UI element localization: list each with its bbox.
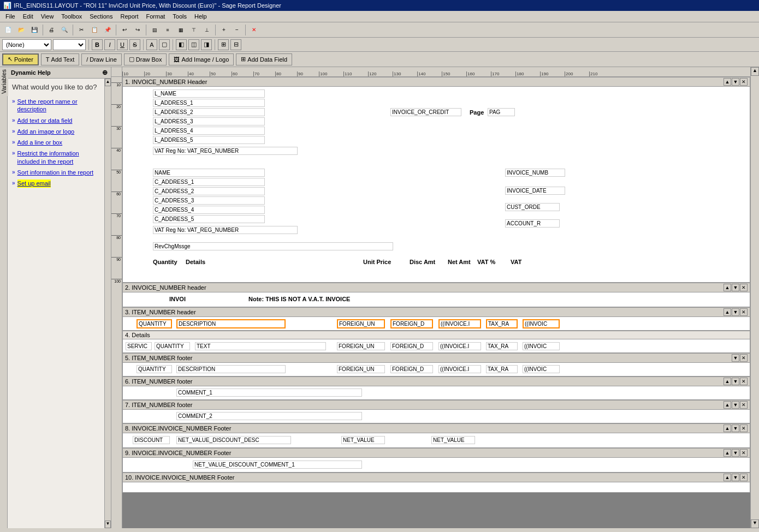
section-7-close[interactable]: ✕ — [740, 401, 748, 409]
field-revchg[interactable]: RevChgMssge — [153, 242, 393, 250]
section-2-header[interactable]: 2. INVOICE_NUMBER header ▲ ▼ ✕ — [122, 283, 750, 292]
section-6-close[interactable]: ✕ — [740, 378, 748, 385]
field-s4-foreign-un[interactable]: FOREIGN_UN — [337, 342, 385, 350]
field-l-addr4[interactable]: L_ADDRESS_4 — [153, 127, 265, 135]
font-name-select[interactable]: (None) — [2, 39, 51, 50]
field-s5-foreign-un[interactable]: FOREIGN_UN — [337, 365, 385, 373]
field-c-addr3[interactable]: C_ADDRESS_3 — [153, 196, 265, 205]
field-s4-invoic[interactable]: ((INVOIC — [523, 342, 560, 350]
field-net-val-desc[interactable]: NET_VALUE_DISCOUNT_DESC — [176, 436, 291, 444]
strikethrough-btn[interactable]: S — [129, 39, 140, 50]
scroll-up-btn[interactable]: ▲ — [751, 67, 759, 76]
print-btn[interactable]: 🖨 — [45, 24, 57, 36]
redo-btn[interactable]: ↪ — [132, 24, 144, 36]
field-cust-orde[interactable]: CUST_ORDE — [505, 203, 560, 211]
print-prev-btn[interactable]: 🔍 — [58, 24, 70, 36]
align-center-btn[interactable]: ≡ — [162, 24, 174, 36]
menu-file[interactable]: File — [2, 12, 19, 21]
section-1-up[interactable]: ▲ — [724, 78, 731, 86]
field-s5-qty[interactable]: QUANTITY — [137, 365, 172, 373]
section-7-header[interactable]: 7. ITEM_NUMBER footer ▲ ▼ ✕ — [122, 400, 750, 409]
add-text-tool[interactable]: T Add Text — [41, 53, 79, 65]
help-link-text-6[interactable]: Sort information in the report — [17, 169, 93, 176]
field-inv-or-credit[interactable]: INVOICE_OR_CREDIT — [390, 108, 461, 116]
align-left-fmt[interactable]: ◧ — [176, 39, 187, 50]
field-vat-reg[interactable]: VAT Reg No: VAT_REG_NUMBER — [153, 147, 298, 155]
align-right-btn[interactable]: ▦ — [175, 24, 187, 36]
help-link-text-3[interactable]: Add an image or logo — [17, 128, 75, 135]
field-s4-qty[interactable]: QUANTITY — [155, 342, 190, 350]
grid-btn[interactable]: ⊞ — [218, 39, 229, 50]
section-7-down[interactable]: ▼ — [732, 401, 739, 409]
field-l-name[interactable]: L_NAME — [153, 89, 265, 98]
delete-btn[interactable]: ✕ — [248, 24, 260, 36]
field-vat-reg2[interactable]: VAT Reg No: VAT_REG_NUMBER — [153, 226, 298, 234]
section-3-close[interactable]: ✕ — [740, 308, 748, 316]
bold-btn[interactable]: B — [92, 39, 103, 50]
section-2-close[interactable]: ✕ — [740, 284, 748, 291]
help-scroll-up[interactable]: ▲ — [105, 79, 111, 86]
field-l-addr3[interactable]: L_ADDRESS_3 — [153, 117, 265, 125]
field-s5-invoic[interactable]: ((INVOIC — [523, 365, 560, 373]
section-3-down[interactable]: ▼ — [732, 308, 739, 316]
field-c-addr5[interactable]: C_ADDRESS_5 — [153, 215, 265, 223]
cut-btn[interactable]: ✂ — [75, 24, 87, 36]
help-link-text-5[interactable]: Restrict the information included in the… — [17, 150, 100, 165]
section-5-close[interactable]: ✕ — [740, 354, 748, 362]
font-color-btn[interactable]: A — [146, 39, 157, 50]
section-8-close[interactable]: ✕ — [740, 425, 748, 432]
field-s4-tax-ra[interactable]: TAX_RA — [486, 342, 518, 350]
draw-line-tool[interactable]: / Draw Line — [81, 53, 122, 65]
draw-box-tool[interactable]: ▢ Draw Box — [124, 53, 167, 65]
field-text[interactable]: TEXT — [195, 342, 326, 350]
section-3-up[interactable]: ▲ — [724, 308, 731, 316]
help-link-text-2[interactable]: Add text or data field — [17, 117, 73, 124]
design-area[interactable]: 10 20 30 40 50 60 70 80 90 100 110 120 1… — [111, 67, 750, 528]
save-btn[interactable]: 💾 — [28, 24, 40, 36]
field-s3-foreign-d[interactable]: FOREIGN_D — [390, 319, 433, 328]
section-1-header[interactable]: 1. INVOICE_NUMBER Header ▲ ▼ ✕ — [122, 77, 750, 86]
field-s3-tax-ra[interactable]: TAX_RA — [486, 319, 518, 328]
field-s3-desc[interactable]: DESCRIPTION — [176, 319, 286, 328]
field-s5-invoice-i[interactable]: ((INVOICE.I — [438, 365, 481, 373]
help-link-text-7[interactable]: Set up email — [17, 180, 51, 187]
section-9-up[interactable]: ▲ — [724, 449, 731, 457]
section-7-up[interactable]: ▲ — [724, 401, 731, 409]
section-10-header[interactable]: 10. INVOICE.INVOICE_NUMBER Footer ▲ ▼ ✕ — [122, 473, 750, 482]
menu-help[interactable]: Help — [191, 12, 210, 21]
field-s4-foreign-d[interactable]: FOREIGN_D — [390, 342, 433, 350]
field-s3-invoice-i[interactable]: ((INVOICE.I — [438, 319, 481, 328]
undo-btn[interactable]: ↩ — [118, 24, 131, 36]
section-6-up[interactable]: ▲ — [724, 378, 731, 385]
menu-edit[interactable]: Edit — [20, 12, 37, 21]
field-l-addr2[interactable]: L_ADDRESS_2 — [153, 108, 265, 116]
section-5-down[interactable]: ▼ — [732, 354, 739, 362]
field-c-addr1[interactable]: C_ADDRESS_1 — [153, 178, 265, 186]
field-l-addr5[interactable]: L_ADDRESS_5 — [153, 136, 265, 144]
align-center-fmt[interactable]: ◫ — [188, 39, 199, 50]
section-2-up[interactable]: ▲ — [724, 284, 731, 291]
section-10-up[interactable]: ▲ — [724, 474, 731, 481]
pin-icon[interactable]: ⊕ — [102, 69, 108, 76]
zoom-out-btn[interactable]: − — [231, 24, 243, 36]
field-servic[interactable]: SERVIC — [126, 342, 152, 350]
font-size-select[interactable] — [53, 39, 86, 50]
open-btn[interactable]: 📂 — [15, 24, 27, 36]
add-image-tool[interactable]: 🖼 Add Image / Logo — [169, 53, 234, 65]
menu-report[interactable]: Report — [117, 12, 141, 21]
section-1-down[interactable]: ▼ — [732, 78, 739, 86]
field-s3-qty[interactable]: QUANTITY — [137, 319, 172, 328]
section-8-header[interactable]: 8. INVOICE.INVOICE_NUMBER Footer ▲ ▼ ✕ — [122, 423, 750, 433]
align-top-btn[interactable]: ⊤ — [188, 24, 200, 36]
help-link-text-4[interactable]: Add a line or box — [17, 139, 63, 146]
menu-toolbox[interactable]: Toolbox — [58, 12, 85, 21]
field-s5-tax-ra[interactable]: TAX_RA — [486, 365, 518, 373]
field-s5-desc[interactable]: DESCRIPTION — [176, 365, 286, 373]
field-account-r[interactable]: ACCOUNT_R — [505, 219, 560, 228]
field-net-val-comment1[interactable]: NET_VALUE_DISCOUNT_COMMENT_1 — [193, 461, 362, 469]
section-8-up[interactable]: ▲ — [724, 425, 731, 432]
field-pag[interactable]: PAG — [488, 108, 515, 116]
section-10-close[interactable]: ✕ — [740, 474, 748, 481]
menu-view[interactable]: View — [38, 12, 57, 21]
field-net-val2[interactable]: NET_VALUE — [431, 436, 475, 444]
